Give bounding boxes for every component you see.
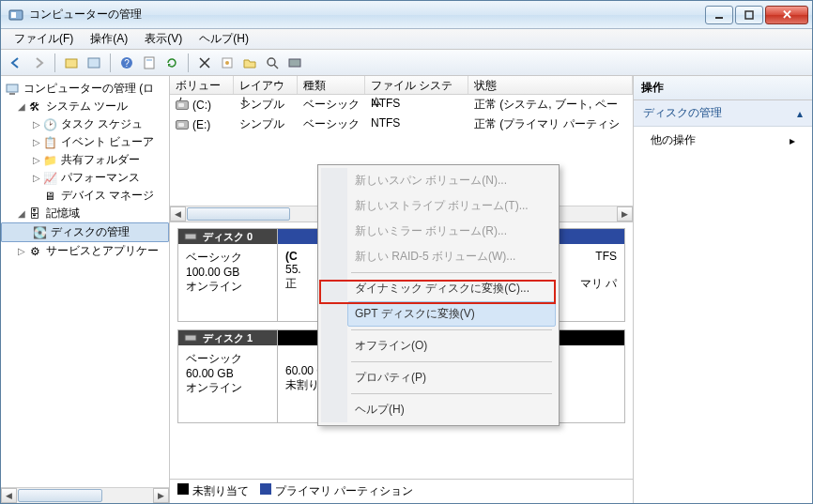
tree-device-manager[interactable]: 🖥 デバイス マネージ <box>1 187 169 205</box>
console-icon[interactable] <box>84 53 103 72</box>
refresh-icon[interactable] <box>162 53 181 72</box>
col-layout[interactable]: レイアウト <box>234 76 298 94</box>
tree-expander[interactable]: ▷ <box>31 173 42 183</box>
volume-row[interactable]: (E:) シンプル ベーシック NTFS 正常 (プライマリ パーティシ <box>170 115 633 134</box>
cm-new-span[interactable]: 新しいスパン ボリューム(N)... <box>347 168 556 193</box>
svg-rect-1 <box>11 12 16 18</box>
svg-text:?: ? <box>124 58 130 69</box>
svg-rect-16 <box>185 234 196 239</box>
wrench-icon: 🛠 <box>27 99 42 115</box>
svg-rect-13 <box>289 59 300 67</box>
close-button[interactable]: ✕ <box>765 6 808 24</box>
tree-event-viewer[interactable]: ▷ 📋 イベント ビューア <box>1 133 169 151</box>
volume-name: (C:) <box>192 99 211 112</box>
col-volume[interactable]: ボリューム <box>170 76 234 94</box>
scroll-thumb[interactable] <box>18 489 102 502</box>
tree-panel: コンピューターの管理 (ロ ◢ 🛠 システム ツール ▷ 🕑 タスク スケジュ … <box>1 76 170 503</box>
cm-new-raid5[interactable]: 新しい RAID-5 ボリューム(W)... <box>347 244 556 269</box>
delete-icon[interactable] <box>195 53 214 72</box>
menu-view[interactable]: 表示(V) <box>137 29 190 49</box>
cm-new-stripe[interactable]: 新しいストライプ ボリューム(T)... <box>347 193 556 219</box>
legend: 未割り当て プライマリ パーティション <box>170 479 633 503</box>
cm-help[interactable]: ヘルプ(H) <box>347 397 556 422</box>
menu-help[interactable]: ヘルプ(H) <box>192 29 256 49</box>
help-icon[interactable]: ? <box>117 53 136 72</box>
tree-root[interactable]: コンピューターの管理 (ロ <box>1 80 169 98</box>
tree[interactable]: コンピューターの管理 (ロ ◢ 🛠 システム ツール ▷ 🕑 タスク スケジュ … <box>1 76 169 487</box>
volume-status: 正常 (プライマリ パーティシ <box>468 115 633 133</box>
tree-disk-management[interactable]: 💽 ディスクの管理 <box>1 222 169 242</box>
find-icon[interactable] <box>263 53 282 72</box>
svg-rect-2 <box>715 17 723 19</box>
minimize-button[interactable] <box>705 6 733 24</box>
tree-services[interactable]: ▷ ⚙ サービスとアプリケー <box>1 242 169 260</box>
tree-system-tools[interactable]: ◢ 🛠 システム ツール <box>1 98 169 115</box>
tree-shared-folders[interactable]: ▷ 📁 共有フォルダー <box>1 151 169 169</box>
cm-offline[interactable]: オフライン(O) <box>347 333 556 359</box>
svg-rect-8 <box>145 57 154 69</box>
disk-label-col[interactable]: ディスク 0 ベーシック 100.00 GB オンライン <box>178 229 278 321</box>
maximize-button[interactable] <box>735 6 763 24</box>
tree-expander[interactable]: ▷ <box>31 155 42 165</box>
actions-header: 操作 <box>634 76 812 100</box>
legend-item-unallocated: 未割り当て <box>177 483 249 499</box>
scroll-left-icon[interactable]: ◀ <box>170 206 186 221</box>
actions-panel: 操作 ディスクの管理 ▴ 他の操作 ▸ <box>634 76 812 503</box>
svg-rect-14 <box>7 84 18 92</box>
menu-file[interactable]: ファイル(F) <box>7 29 81 49</box>
context-menu[interactable]: 新しいスパン ボリューム(N)... 新しいストライプ ボリューム(T)... … <box>317 164 560 426</box>
partition-status: 正 <box>285 276 316 292</box>
forward-icon[interactable] <box>29 53 48 72</box>
disk-kind: ベーシック <box>186 351 269 367</box>
folder-share-icon: 📁 <box>42 153 57 168</box>
cm-separator <box>351 272 552 273</box>
drive-icon <box>176 120 189 130</box>
tree-performance[interactable]: ▷ 📈 パフォーマンス <box>1 169 169 187</box>
volume-row[interactable]: (C:) シンプル ベーシック NTFS 正常 (システム, ブート, ペー <box>170 95 633 115</box>
cm-separator <box>351 361 552 362</box>
volume-status: 正常 (システム, ブート, ペー <box>468 96 633 114</box>
tree-task-scheduler[interactable]: ▷ 🕑 タスク スケジュ <box>1 115 169 133</box>
disk-kind: ベーシック <box>186 250 269 266</box>
up-icon[interactable] <box>62 53 81 72</box>
tree-expander[interactable]: ◢ <box>16 208 27 219</box>
titlebar[interactable]: コンピューターの管理 ✕ <box>1 1 812 29</box>
cm-properties[interactable]: プロパティ(P) <box>347 365 556 390</box>
col-status[interactable]: 状態 <box>468 76 633 94</box>
cm-separator <box>351 393 552 394</box>
cm-new-mirror[interactable]: 新しいミラー ボリューム(R)... <box>347 219 556 244</box>
disk-label-col[interactable]: ディスク 1 ベーシック 60.00 GB オンライン <box>178 330 278 422</box>
legend-swatch-black <box>177 483 189 495</box>
tree-expander[interactable]: ▷ <box>31 119 42 130</box>
cm-convert-gpt[interactable]: GPT ディスクに変換(V) <box>347 301 556 327</box>
tree-expander[interactable]: ▷ <box>31 137 42 147</box>
properties-icon[interactable] <box>140 53 159 72</box>
props2-icon[interactable] <box>218 53 237 72</box>
scroll-thumb[interactable] <box>187 207 290 221</box>
col-type[interactable]: 種類 <box>298 76 365 94</box>
cm-convert-dynamic[interactable]: ダイナミック ディスクに変換(C)... <box>347 276 556 301</box>
actions-other[interactable]: 他の操作 ▸ <box>634 127 812 154</box>
volume-layout: シンプル <box>234 96 298 114</box>
scroll-left-icon[interactable]: ◀ <box>1 488 17 503</box>
folder-open-icon[interactable] <box>240 53 259 72</box>
volume-name-cell: (C:) <box>170 96 234 114</box>
event-icon: 📋 <box>42 135 57 150</box>
actions-section-disk[interactable]: ディスクの管理 ▴ <box>634 100 812 127</box>
tree-expander[interactable]: ◢ <box>16 101 27 112</box>
tree-storage[interactable]: ◢ 🗄 記憶域 <box>1 205 169 222</box>
svg-rect-4 <box>66 59 77 68</box>
extra-icon[interactable] <box>285 53 304 72</box>
tree-hscrollbar[interactable]: ◀ ▶ <box>1 487 169 503</box>
back-icon[interactable] <box>7 53 25 72</box>
tree-expander[interactable] <box>31 191 42 201</box>
scroll-right-icon[interactable]: ▶ <box>617 206 633 221</box>
col-filesystem[interactable]: ファイル システム <box>365 76 468 94</box>
tree-label: サービスとアプリケー <box>46 243 159 259</box>
perf-icon: 📈 <box>42 171 57 186</box>
menu-action[interactable]: 操作(A) <box>83 29 135 49</box>
cm-separator <box>351 329 552 330</box>
tree-expander[interactable]: ▷ <box>16 246 27 256</box>
partition-size: 55. <box>285 263 316 276</box>
scroll-right-icon[interactable]: ▶ <box>153 488 169 503</box>
